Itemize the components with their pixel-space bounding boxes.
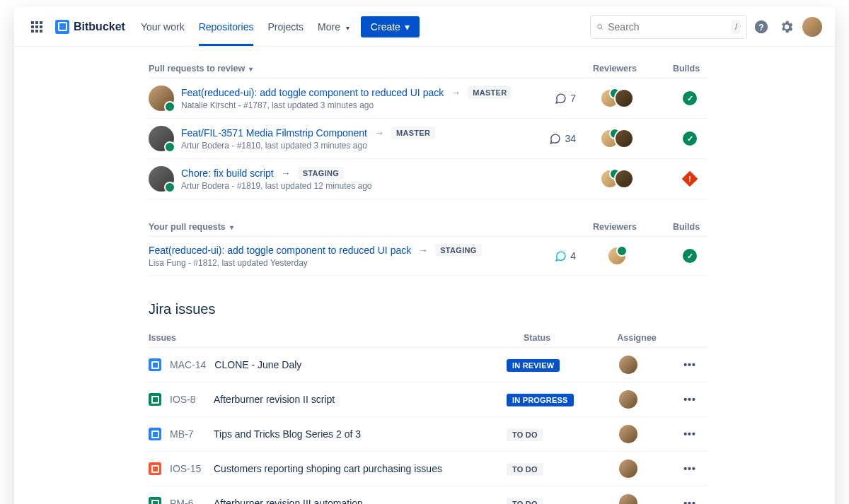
reviewer-avatar[interactable] [614,88,634,108]
settings-gear-icon[interactable] [775,16,798,38]
pr-meta: Natalie Kirscht - #1787, last updated 3 … [181,100,533,110]
issue-row[interactable]: PM-6Afterburner revision III automationT… [149,486,708,504]
pull-request-row[interactable]: Feat/FIL-3571 Media Filmstrip Component→… [149,119,708,159]
comment-count: 7 [570,93,576,104]
comment-icon [555,250,567,262]
section-title-your-pr[interactable]: Your pull requests ▾ [149,222,233,232]
pr-title[interactable]: Chore: fix build script [181,168,274,179]
assignee-avatar[interactable] [619,390,637,409]
pr-title[interactable]: Feat(reduced-ui): add toggle component t… [149,245,411,256]
column-builds: Builds [665,64,708,74]
arrow-right-icon: → [281,168,291,179]
search-box[interactable]: / [590,15,747,39]
pull-request-row[interactable]: Chore: fix build script→STAGINGArtur Bod… [149,159,708,199]
issue-row[interactable]: MAC-14CLONE - June DalyIN REVIEW••• [149,348,708,382]
more-actions-icon[interactable]: ••• [672,498,708,504]
app-switcher-icon[interactable] [25,16,48,38]
comment-icon [555,93,567,105]
comment-count-group[interactable]: 7 [541,93,576,105]
assignee-avatar[interactable] [619,425,637,443]
pr-title[interactable]: Feat/FIL-3571 Media Filmstrip Component [181,127,367,139]
status-badge[interactable]: IN REVIEW [507,359,560,372]
build-status[interactable] [672,91,708,105]
more-actions-icon[interactable]: ••• [672,359,708,370]
issue-key[interactable]: MAC-14 [170,359,206,370]
issue-row[interactable]: IOS-15Customers reporting shoping cart p… [149,452,708,486]
assignee-avatar[interactable] [619,494,637,504]
section-title-text: Pull requests to review [149,64,245,74]
nav-your-work[interactable]: Your work [141,8,185,45]
arrow-right-icon: → [451,87,461,98]
nav-projects[interactable]: Projects [267,8,304,45]
reviewer-avatar[interactable] [607,246,627,266]
issue-row[interactable]: IOS-8Afterburner revision II scriptIN PR… [149,382,708,417]
arrow-right-icon: → [418,245,428,256]
issue-title[interactable]: Customers reporting shoping cart purchas… [214,463,498,474]
nav-repositories[interactable]: Repositories [199,8,254,45]
issue-type-icon [149,393,161,406]
comment-count-group[interactable]: 4 [541,250,576,262]
branch-tag[interactable]: MASTER [391,127,435,139]
author-avatar[interactable] [149,126,174,151]
column-builds: Builds [665,222,708,232]
search-input[interactable] [608,21,732,33]
issue-key[interactable]: IOS-8 [170,394,205,405]
issue-type-icon [149,497,161,504]
search-shortcut-hint: / [732,20,741,34]
pr-title[interactable]: Feat(reduced-ui): add toggle component t… [181,87,444,98]
status-badge[interactable]: TO DO [507,428,543,441]
author-avatar[interactable] [149,86,174,111]
profile-avatar[interactable] [801,16,824,38]
more-actions-icon[interactable]: ••• [672,394,708,405]
branch-tag[interactable]: MASTER [468,86,512,99]
column-assignee: Assignee [601,333,672,343]
bitbucket-logo-icon [55,20,69,34]
product-logo[interactable]: Bitbucket [55,20,125,34]
search-icon [596,21,603,33]
reviewers-group[interactable] [596,129,638,148]
assignee-avatar[interactable] [619,459,637,478]
section-header-your-pr: Your pull requests ▾ Reviewers Builds [149,216,708,237]
issue-key[interactable]: PM-6 [170,498,205,504]
build-status[interactable] [672,249,708,263]
help-icon[interactable]: ? [750,16,773,38]
status-badge[interactable]: TO DO [507,463,543,476]
more-actions-icon[interactable]: ••• [672,463,708,474]
issue-type-icon [149,428,161,440]
issue-key[interactable]: MB-7 [170,428,205,440]
nav-more-label: More [318,21,340,33]
pull-request-row[interactable]: Feat(reduced-ui): add toggle component t… [149,237,708,276]
status-badge[interactable]: TO DO [507,498,543,504]
issue-title[interactable]: CLONE - June Daly [214,359,498,370]
reviewers-group[interactable] [596,246,638,266]
issue-title[interactable]: Afterburner revision III automation [214,498,498,504]
reviewers-group[interactable] [596,88,638,108]
assignee-avatar[interactable] [619,356,637,374]
pull-request-row[interactable]: Feat(reduced-ui): add toggle component t… [149,78,708,119]
comment-count: 34 [565,133,576,144]
create-button[interactable]: Create ▾ [361,16,420,37]
build-status[interactable] [672,173,708,184]
svg-line-1 [601,28,603,29]
status-badge[interactable]: IN PROGRESS [507,394,574,406]
issues-header: Issues Status Assignee [149,327,708,348]
reviewer-avatar[interactable] [614,129,634,148]
column-issues: Issues [149,333,524,343]
nav-more[interactable]: More ▾ [318,8,350,45]
issue-title[interactable]: Tips and Tricks Blog Series 2 of 3 [214,428,498,440]
build-status[interactable] [672,131,708,146]
issue-title[interactable]: Afterburner revision II script [214,394,498,405]
primary-nav: Your work Repositories Projects More ▾ [141,8,350,45]
more-actions-icon[interactable]: ••• [672,428,708,440]
issue-key[interactable]: IOS-15 [170,463,205,474]
section-title-pr-review[interactable]: Pull requests to review ▾ [149,64,253,74]
section-header-pr-review: Pull requests to review ▾ Reviewers Buil… [149,58,708,78]
comment-count-group[interactable]: 34 [541,133,576,145]
branch-tag[interactable]: STAGING [298,167,344,180]
issue-row[interactable]: MB-7Tips and Tricks Blog Series 2 of 3TO… [149,417,708,452]
author-avatar[interactable] [149,166,174,192]
chevron-down-icon: ▾ [249,65,253,73]
branch-tag[interactable]: STAGING [435,244,481,257]
reviewers-group[interactable] [596,169,638,189]
reviewer-avatar[interactable] [614,169,634,189]
